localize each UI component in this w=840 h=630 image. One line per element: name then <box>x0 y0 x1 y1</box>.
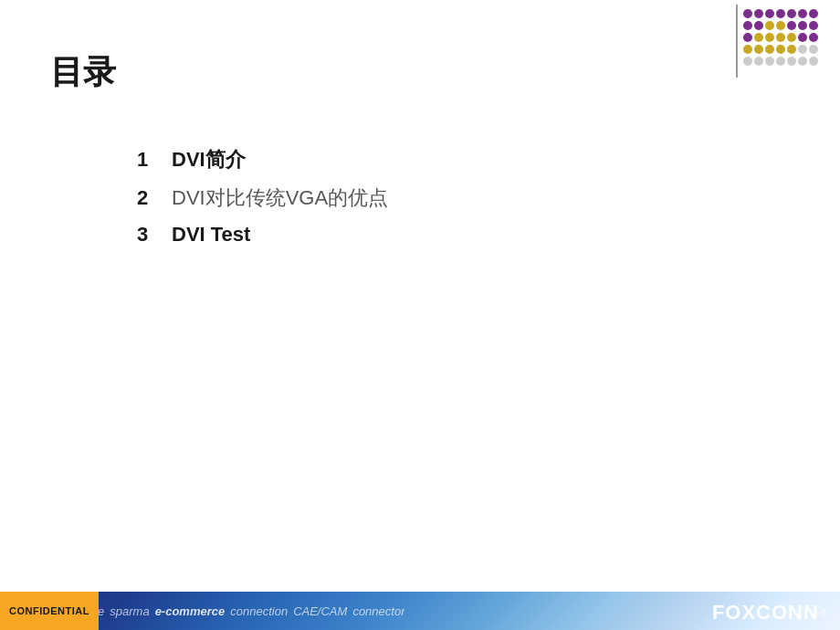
title-area: 目录 <box>50 50 116 95</box>
foxconn-logo: FOXCONN ® <box>712 601 827 625</box>
toc-item-2: 2 DVI对比传统VGA的优点 <box>137 184 388 212</box>
toc-item-3: 3 DVI Test <box>137 223 388 247</box>
toc-text-2: DVI对比传统VGA的优点 <box>172 184 388 212</box>
foxconn-name: FOXCONN <box>712 601 819 625</box>
foxconn-registered: ® <box>820 607 827 618</box>
confidential-text: CONFIDENTIAL <box>9 605 89 616</box>
toc-number-1: 1 <box>137 148 164 172</box>
confidential-badge: CONFIDENTIAL <box>0 592 99 630</box>
toc-text-1: DVI简介 <box>172 146 246 173</box>
slide-title: 目录 <box>50 50 116 95</box>
banner-word-ecommerce: e-commerce <box>155 604 226 618</box>
toc-item-1: 1 DVI简介 <box>137 146 388 173</box>
banner-word-sparma: sparma <box>110 604 149 618</box>
toc-number-3: 3 <box>137 223 164 247</box>
bottom-banner: optical enclosure sparma e-commerce conn… <box>0 592 840 630</box>
banner-word-connector: connector <box>352 604 404 618</box>
dot-grid-decoration <box>741 7 824 76</box>
toc-text-3: DVI Test <box>172 223 250 247</box>
separator-line <box>736 5 738 78</box>
banner-word-connection: connection <box>230 604 288 618</box>
content-area: 1 DVI简介 2 DVI对比传统VGA的优点 3 DVI Test <box>137 146 388 257</box>
toc-number-2: 2 <box>137 186 164 210</box>
banner-word-caecam: CAE/CAM <box>293 604 347 618</box>
slide-container: 目录 1 DVI简介 2 DVI对比传统VGA的优点 3 DVI Test op… <box>0 0 840 630</box>
